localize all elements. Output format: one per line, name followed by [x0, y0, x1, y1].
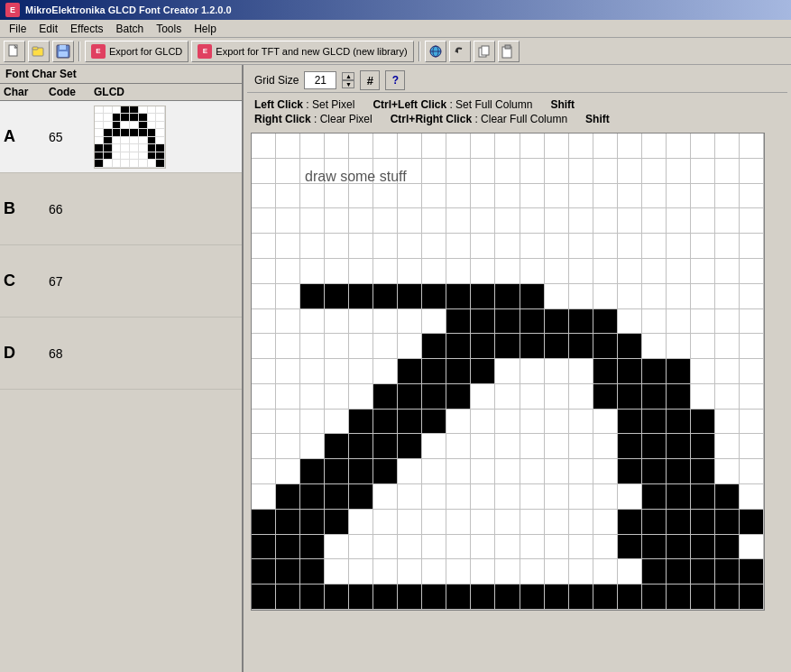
pixel-cell[interactable] — [593, 184, 618, 209]
pixel-cell[interactable] — [446, 359, 471, 384]
pixel-cell[interactable] — [691, 510, 715, 535]
pixel-cell[interactable] — [300, 184, 325, 209]
pixel-cell[interactable] — [373, 359, 398, 384]
pixel-cell[interactable] — [446, 384, 471, 410]
pixel-cell[interactable] — [300, 559, 325, 585]
pixel-cell[interactable] — [667, 484, 691, 510]
pixel-cell[interactable] — [398, 535, 422, 560]
pixel-cell[interactable] — [325, 159, 349, 184]
pixel-cell[interactable] — [545, 359, 569, 384]
pixel-cell[interactable] — [740, 535, 764, 560]
pixel-cell[interactable] — [252, 535, 276, 560]
pixel-cell[interactable] — [618, 459, 642, 484]
pixel-cell[interactable] — [715, 309, 740, 335]
pixel-cell[interactable] — [618, 434, 642, 459]
pixel-cell[interactable] — [691, 234, 715, 259]
pixel-cell[interactable] — [691, 384, 715, 410]
pixel-cell[interactable] — [276, 284, 300, 309]
pixel-cell[interactable] — [593, 334, 618, 359]
pixel-cell[interactable] — [373, 384, 398, 410]
pixel-cell[interactable] — [325, 384, 349, 410]
pixel-cell[interactable] — [446, 484, 471, 510]
pixel-cell[interactable] — [349, 510, 373, 535]
pixel-cell[interactable] — [569, 459, 593, 484]
pixel-cell[interactable] — [471, 535, 495, 560]
pixel-cell[interactable] — [545, 559, 569, 585]
pixel-cell[interactable] — [471, 259, 495, 284]
pixel-cell[interactable] — [715, 159, 740, 184]
pixel-cell[interactable] — [276, 459, 300, 484]
pixel-cell[interactable] — [569, 510, 593, 535]
pixel-cell[interactable] — [691, 208, 715, 234]
pixel-cell[interactable] — [349, 133, 373, 159]
pixel-cell[interactable] — [569, 434, 593, 459]
pixel-cell[interactable] — [545, 309, 569, 335]
pixel-cell[interactable] — [300, 259, 325, 284]
pixel-cell[interactable] — [642, 234, 667, 259]
pixel-cell[interactable] — [422, 585, 446, 610]
pixel-cell[interactable] — [545, 535, 569, 560]
pixel-cell[interactable] — [349, 309, 373, 335]
pixel-cell[interactable] — [495, 208, 520, 234]
pixel-cell[interactable] — [349, 384, 373, 410]
pixel-cell[interactable] — [691, 359, 715, 384]
pixel-cell[interactable] — [446, 133, 471, 159]
pixel-cell[interactable] — [349, 334, 373, 359]
pixel-cell[interactable] — [569, 284, 593, 309]
pixel-cell[interactable] — [715, 484, 740, 510]
pixel-cell[interactable] — [715, 234, 740, 259]
pixel-cell[interactable] — [471, 309, 495, 335]
new-button[interactable] — [4, 41, 25, 62]
pixel-cell[interactable] — [446, 410, 471, 435]
pixel-cell[interactable] — [691, 434, 715, 459]
copy-button[interactable] — [474, 41, 495, 62]
pixel-cell[interactable] — [252, 559, 276, 585]
pixel-cell[interactable] — [545, 585, 569, 610]
pixel-cell[interactable] — [545, 484, 569, 510]
hash-button[interactable]: # — [360, 70, 380, 90]
pixel-cell[interactable] — [325, 510, 349, 535]
pixel-cell[interactable] — [398, 284, 422, 309]
pixel-cell[interactable] — [740, 259, 764, 284]
pixel-cell[interactable] — [252, 208, 276, 234]
menu-edit[interactable]: Edit — [33, 22, 63, 35]
pixel-cell[interactable] — [495, 184, 520, 209]
pixel-cell[interactable] — [373, 159, 398, 184]
pixel-cell[interactable] — [446, 334, 471, 359]
pixel-cell[interactable] — [691, 184, 715, 209]
pixel-cell[interactable] — [520, 284, 545, 309]
pixel-cell[interactable] — [642, 284, 667, 309]
pixel-cell[interactable] — [618, 208, 642, 234]
pixel-cell[interactable] — [691, 585, 715, 610]
pixel-cell[interactable] — [740, 384, 764, 410]
pixel-cell[interactable] — [446, 309, 471, 335]
pixel-cell[interactable] — [715, 585, 740, 610]
pixel-cell[interactable] — [446, 510, 471, 535]
pixel-cell[interactable] — [520, 384, 545, 410]
pixel-cell[interactable] — [691, 334, 715, 359]
pixel-cell[interactable] — [349, 535, 373, 560]
pixel-cell[interactable] — [618, 309, 642, 335]
pixel-cell[interactable] — [642, 459, 667, 484]
pixel-cell[interactable] — [715, 259, 740, 284]
pixel-cell[interactable] — [446, 159, 471, 184]
pixel-cell[interactable] — [642, 510, 667, 535]
pixel-cell[interactable] — [325, 234, 349, 259]
pixel-cell[interactable] — [276, 535, 300, 560]
pixel-cell[interactable] — [545, 334, 569, 359]
pixel-cell[interactable] — [520, 359, 545, 384]
pixel-cell[interactable] — [276, 559, 300, 585]
undo-button[interactable] — [449, 41, 471, 62]
pixel-cell[interactable] — [642, 484, 667, 510]
help-button[interactable]: ? — [385, 70, 405, 90]
pixel-cell[interactable] — [325, 535, 349, 560]
pixel-cell[interactable] — [398, 434, 422, 459]
pixel-cell[interactable] — [325, 459, 349, 484]
pixel-cell[interactable] — [691, 309, 715, 335]
pixel-cell[interactable] — [715, 359, 740, 384]
pixel-cell[interactable] — [740, 585, 764, 610]
pixel-cell[interactable] — [642, 535, 667, 560]
menu-effects[interactable]: Effects — [65, 22, 108, 35]
pixel-cell[interactable] — [569, 559, 593, 585]
pixel-cell[interactable] — [325, 359, 349, 384]
